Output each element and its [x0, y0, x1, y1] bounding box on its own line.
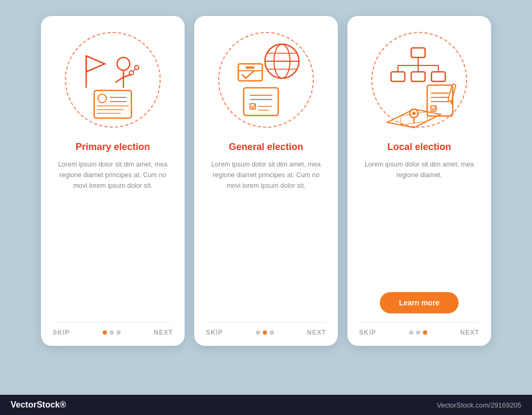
skip-button-general[interactable]: SKIP [206, 329, 223, 336]
dot-2-general [263, 330, 267, 335]
card-icon-area-local [366, 27, 472, 133]
card-local-election: Local election Lorem ipsum dolor sit dim… [347, 16, 491, 346]
dot-3-primary [117, 330, 121, 335]
dots-local [409, 330, 427, 335]
card-footer-primary: SKIP NEXT [53, 322, 173, 336]
card-footer-general: SKIP NEXT [206, 322, 326, 336]
learn-more-button[interactable]: Learn more [380, 292, 459, 313]
dashed-circle-local [371, 32, 467, 128]
card-body-local: Lorem ipsum dolor sit dim amet, mea regi… [359, 159, 479, 284]
card-icon-area-general [213, 27, 319, 133]
dots-general [256, 330, 274, 335]
card-general-election: General election Lorem ipsum dolor sit d… [194, 16, 338, 346]
card-primary-election: Primary election Lorem ipsum dolor sit d… [41, 16, 185, 346]
vectorstock-brand: VectorStock® [11, 400, 66, 410]
dot-3-local [423, 330, 427, 335]
card-icon-area-primary [60, 27, 166, 133]
dot-2-local [416, 330, 420, 335]
vectorstock-url: VectorStock.com/29169205 [437, 401, 521, 409]
skip-button-primary[interactable]: SKIP [53, 329, 70, 336]
card-body-general: Lorem ipsum dolor sit dim amet, mea regi… [206, 159, 326, 252]
dot-1-primary [103, 330, 107, 335]
next-button-primary[interactable]: NEXT [154, 329, 173, 336]
card-footer-local: SKIP NEXT [359, 322, 479, 336]
dashed-circle-primary [65, 32, 161, 128]
dot-1-general [256, 330, 260, 335]
next-button-local[interactable]: NEXT [460, 329, 479, 336]
card-body-primary: Lorem ipsum dolor sit dim amet, mea regi… [53, 159, 173, 252]
dots-primary [103, 330, 121, 335]
bottom-bar: VectorStock® VectorStock.com/29169205 [0, 395, 532, 415]
dot-1-local [409, 330, 413, 335]
skip-button-local[interactable]: SKIP [359, 329, 376, 336]
card-title-local: Local election [387, 142, 451, 153]
dot-3-general [270, 330, 274, 335]
next-button-general[interactable]: NEXT [307, 329, 326, 336]
cards-container: Primary election Lorem ipsum dolor sit d… [30, 0, 502, 351]
card-title-primary: Primary election [76, 142, 150, 153]
dashed-circle-general [218, 32, 314, 128]
dot-2-primary [110, 330, 114, 335]
card-title-general: General election [229, 142, 303, 153]
